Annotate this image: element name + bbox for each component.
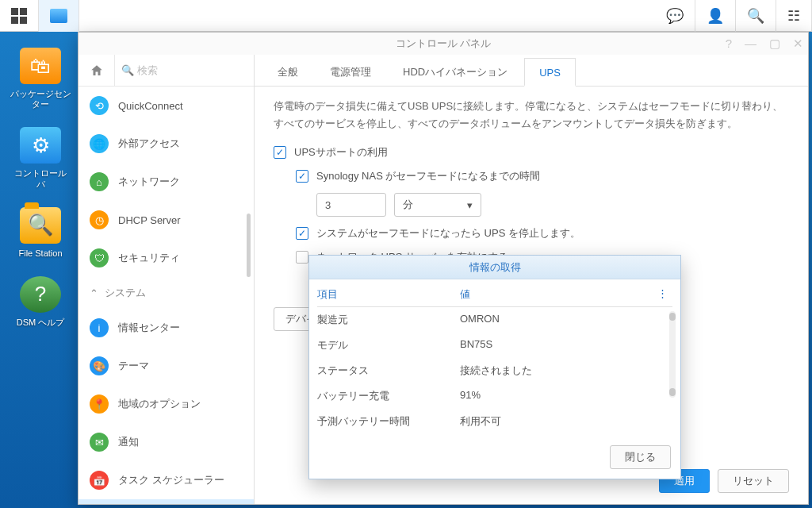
sidebar-item-task-scheduler[interactable]: 📅タスク スケジューラー <box>79 461 254 499</box>
device-info-dialog: 情報の取得 項目 値 ⋮ 製造元OMRON モデルBN75S ステータス接続され… <box>308 255 681 479</box>
taskbar-widgets-button[interactable]: ☷ <box>776 0 812 32</box>
table-row: 製造元OMRON <box>317 307 672 333</box>
tab-hdd-hibernation[interactable]: HDDハイバネーション <box>388 56 523 86</box>
apps-icon <box>11 8 27 24</box>
sidebar-item-security[interactable]: 🛡セキュリティ <box>79 239 254 277</box>
taskbar-app-control-panel[interactable] <box>39 0 79 32</box>
desktop-control-panel[interactable]: ⚙ コントロール パ <box>10 127 71 189</box>
window-close-button[interactable]: ✕ <box>793 37 803 51</box>
window-help-button[interactable]: ? <box>726 37 732 51</box>
dialog-close-button[interactable]: 閉じる <box>610 445 671 469</box>
help-icon: ? <box>20 276 61 313</box>
dialog-table-header: 項目 値 ⋮ <box>317 287 672 307</box>
control-panel-icon <box>50 9 67 23</box>
home-icon <box>90 64 104 78</box>
message-icon: ✉ <box>90 433 109 452</box>
sidebar-home-button[interactable] <box>79 55 115 87</box>
sidebar-item-label: 情報センター <box>118 321 180 335</box>
tab-general[interactable]: 全般 <box>262 56 313 86</box>
network-ups-checkbox[interactable]: ✓ <box>296 251 308 264</box>
ups-support-label: UPSサポートの利用 <box>294 145 388 160</box>
sidebar-item-external-access[interactable]: 🌐外部アクセス <box>79 125 254 163</box>
taskbar-search-button[interactable]: 🔍 <box>736 0 776 32</box>
widgets-icon: ☷ <box>787 7 800 25</box>
sidebar-item-network[interactable]: ⌂ネットワーク <box>79 163 254 201</box>
dialog-title: 情報の取得 <box>469 260 521 275</box>
desktop-label: コントロール パ <box>10 168 71 189</box>
table-row: バッテリー充電91% <box>317 383 672 409</box>
ups-description: 停電時のデータ損失に備えてUSB UPSに接続します。停電になると、システムはセ… <box>274 98 789 133</box>
table-row: 予測バッテリー時間利用不可 <box>317 409 672 434</box>
sidebar-item-label: 通知 <box>118 435 139 449</box>
search-icon: 🔍 <box>747 7 764 25</box>
desktop-package-center[interactable]: 🛍 パッケージセンター <box>10 48 71 110</box>
sidebar-item-label: 外部アクセス <box>118 137 180 151</box>
sidebar-item-label: 地域のオプション <box>118 397 201 411</box>
window-title: コントロール パネル <box>396 37 492 51</box>
sidebar-item-regional[interactable]: 📍地域のオプション <box>79 385 254 423</box>
network-icon: ⌂ <box>90 172 109 191</box>
sidebar-item-label: セキュリティ <box>118 251 180 265</box>
table-row: ステータス接続されました <box>317 358 672 383</box>
sidebar-item-label: DHCP Server <box>118 214 181 226</box>
package-center-icon: 🛍 <box>20 48 61 84</box>
taskbar: 💬 👤 🔍 ☷ <box>0 0 812 32</box>
quickconnect-icon: ⟲ <box>90 96 109 115</box>
safemode-time-input[interactable]: 3 <box>316 193 386 217</box>
desktop-dsm-help[interactable]: ? DSM ヘルプ <box>17 276 65 328</box>
ups-support-checkbox[interactable]: ✓ <box>274 146 286 159</box>
calendar-icon: 📅 <box>90 471 109 490</box>
sidebar-list[interactable]: ⟲QuickConnect 🌐外部アクセス ⌂ネットワーク ◷DHCP Serv… <box>79 87 254 504</box>
column-menu-button[interactable]: ⋮ <box>657 287 672 302</box>
tab-power-management[interactable]: 電源管理 <box>315 56 386 86</box>
sidebar-item-label: QuickConnect <box>118 100 183 112</box>
chevron-down-icon: ▾ <box>467 199 473 211</box>
tab-ups[interactable]: UPS <box>524 58 576 87</box>
desktop-label: File Station <box>18 248 62 259</box>
sidebar-item-label: ネットワーク <box>118 175 180 189</box>
safemode-time-checkbox[interactable]: ✓ <box>296 170 308 183</box>
taskbar-user-button[interactable]: 👤 <box>695 0 736 32</box>
sidebar-item-label: タスク スケジューラー <box>118 473 224 487</box>
sidebar-item-notification[interactable]: ✉通知 <box>79 423 254 461</box>
control-panel-window: コントロール パネル ? — ▢ ✕ 🔍 ⟲QuickConnect 🌐外部アク… <box>78 32 809 505</box>
shutdown-ups-checkbox[interactable]: ✓ <box>296 227 308 240</box>
desktop-label: DSM ヘルプ <box>17 318 65 328</box>
chat-icon: 💬 <box>666 7 684 25</box>
sidebar-item-dhcp[interactable]: ◷DHCP Server <box>79 201 254 239</box>
table-row: モデルBN75S <box>317 333 672 358</box>
sidebar-scrollbar[interactable] <box>247 214 251 277</box>
sidebar: 🔍 ⟲QuickConnect 🌐外部アクセス ⌂ネットワーク ◷DHCP Se… <box>79 55 255 504</box>
user-icon: 👤 <box>707 7 724 25</box>
column-item[interactable]: 項目 <box>317 287 460 302</box>
sidebar-item-quickconnect[interactable]: ⟲QuickConnect <box>79 87 254 125</box>
taskbar-chat-button[interactable]: 💬 <box>655 0 695 32</box>
palette-icon: 🎨 <box>90 356 109 375</box>
reset-button[interactable]: リセット <box>718 469 789 493</box>
dialog-scrollbar[interactable] <box>669 311 676 398</box>
file-station-icon: 🔍 <box>20 207 61 244</box>
sidebar-item-label: テーマ <box>118 359 149 373</box>
safemode-time-label: Synology NAS がセーフモードになるまでの時間 <box>316 169 540 183</box>
dialog-titlebar[interactable]: 情報の取得 <box>309 256 680 279</box>
sidebar-item-hardware-power[interactable]: 💡ハードウェアと電源 <box>79 499 254 504</box>
sidebar-item-theme[interactable]: 🎨テーマ <box>79 347 254 385</box>
sidebar-item-info-center[interactable]: i情報センター <box>79 309 254 347</box>
sidebar-search-input[interactable] <box>137 64 247 76</box>
shield-icon: 🛡 <box>90 248 109 267</box>
chevron-down-icon: ⌃ <box>90 287 98 299</box>
apps-menu-button[interactable] <box>0 0 39 32</box>
desktop-file-station[interactable]: 🔍 File Station <box>18 207 62 259</box>
column-value[interactable]: 値 <box>460 287 657 302</box>
window-maximize-button[interactable]: ▢ <box>769 37 780 51</box>
desktop-icons: 🛍 パッケージセンター ⚙ コントロール パ 🔍 File Station ? … <box>10 48 71 328</box>
window-titlebar[interactable]: コントロール パネル ? — ▢ ✕ <box>79 33 808 55</box>
sidebar-section-system[interactable]: ⌃システム <box>79 277 254 309</box>
desktop-label: パッケージセンター <box>10 89 71 110</box>
control-panel-icon: ⚙ <box>20 127 61 164</box>
search-icon: 🔍 <box>121 64 134 76</box>
pin-icon: 📍 <box>90 394 109 414</box>
window-minimize-button[interactable]: — <box>745 37 756 51</box>
safemode-time-unit-select[interactable]: 分▾ <box>394 193 481 217</box>
dhcp-icon: ◷ <box>90 210 109 229</box>
